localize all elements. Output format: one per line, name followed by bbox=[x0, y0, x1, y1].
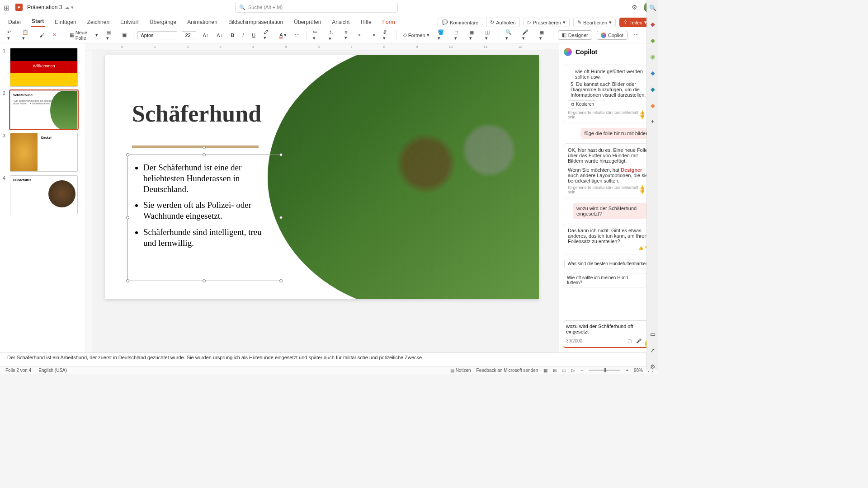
more-font[interactable]: ⋯ bbox=[293, 31, 302, 39]
present-button[interactable]: ▷ Präsentieren ▾ bbox=[524, 18, 570, 27]
feedback-link[interactable]: Feedback an Microsoft senden bbox=[476, 368, 538, 373]
delete-button[interactable]: ✕ bbox=[51, 31, 58, 39]
tab-ansicht[interactable]: Ansicht bbox=[331, 17, 350, 27]
size-select[interactable] bbox=[182, 31, 196, 39]
tab-form[interactable]: Form bbox=[382, 17, 396, 27]
shapes-button[interactable]: ◇ Formen ▾ bbox=[401, 31, 431, 39]
font-select[interactable] bbox=[137, 31, 177, 39]
tab-zeichnen[interactable]: Zeichnen bbox=[86, 17, 110, 27]
thumbs-up-icon[interactable]: 👍 bbox=[638, 246, 643, 250]
tab-einfuegen[interactable]: Einfügen bbox=[54, 17, 77, 27]
align-button[interactable]: ≡ ▾ bbox=[343, 28, 352, 42]
highlight-button[interactable]: 🖍 ▾ bbox=[262, 28, 273, 42]
notes-toggle[interactable]: ▤ Notizen bbox=[450, 368, 471, 373]
view-normal-icon[interactable]: ▦ bbox=[543, 368, 547, 373]
zoom-level[interactable]: 98% bbox=[634, 368, 643, 373]
line-spacing[interactable]: ⇵ ▾ bbox=[381, 28, 392, 42]
overflow-button[interactable]: ⋯ bbox=[632, 31, 641, 39]
layout-button[interactable]: ▤ ▾ bbox=[104, 28, 115, 42]
outline-button[interactable]: ◻ ▾ bbox=[453, 28, 463, 42]
tab-hilfe[interactable]: Hilfe bbox=[360, 17, 373, 27]
zoom-in[interactable]: + bbox=[626, 368, 628, 373]
dictate-button[interactable]: 🎤 ▾ bbox=[520, 28, 533, 42]
quick-styles[interactable]: ◫ ▾ bbox=[483, 28, 494, 42]
suggestion-chip[interactable]: Wie oft sollte ich meinen Hund füttern? bbox=[564, 273, 647, 287]
copilot-input[interactable]: wozu wird der Schäferhund oft eingesetzt… bbox=[563, 320, 655, 348]
tab-animationen[interactable]: Animationen bbox=[186, 17, 218, 27]
search-box[interactable]: 🔍 Suche (Alt + M) bbox=[235, 2, 398, 13]
thumb-1[interactable]: Willkommen bbox=[10, 48, 78, 87]
search-rail-icon[interactable]: 🔍 bbox=[649, 4, 657, 12]
underline-button[interactable]: U bbox=[250, 32, 257, 39]
rail-icon-5[interactable]: ◆ bbox=[649, 85, 657, 93]
arrange-button[interactable]: ▦ ▾ bbox=[467, 28, 478, 42]
fill-button[interactable]: 🪣 ▾ bbox=[436, 28, 448, 42]
new-slide-button[interactable]: ▦ Neue Folie ▾ bbox=[68, 29, 100, 42]
paste-button[interactable]: 📋 ▾ bbox=[20, 28, 33, 42]
designer-link[interactable]: Designer bbox=[621, 167, 642, 173]
tab-ueberpruefen[interactable]: Überprüfen bbox=[293, 17, 322, 27]
bullet-1[interactable]: Der Schäferhund ist eine der beliebteste… bbox=[143, 162, 276, 194]
indent-inc[interactable]: ⇥ bbox=[369, 31, 377, 39]
copilot-button[interactable]: Copilot bbox=[597, 31, 627, 40]
copy-button[interactable]: ⧉ Kopieren bbox=[568, 100, 597, 108]
thumbs-down-icon[interactable]: 👎 bbox=[640, 190, 645, 194]
speaker-notes[interactable]: Der Schäferhund ist ein Arbeitshund, der… bbox=[0, 352, 658, 366]
waffle-icon[interactable]: ⊞ bbox=[4, 4, 11, 11]
zoom-slider[interactable] bbox=[589, 370, 620, 371]
slide-canvas[interactable]: Schäferhund Der Schäferhund ist eine der… bbox=[105, 55, 539, 299]
rail-icon-6[interactable]: ◆ bbox=[649, 101, 657, 109]
tab-bildschirm[interactable]: Bildschirmpräsentation bbox=[227, 17, 284, 27]
bold-button[interactable]: B bbox=[229, 32, 236, 39]
view-slideshow-icon[interactable]: ▷ bbox=[571, 368, 575, 373]
rail-icon-2[interactable]: ◆ bbox=[649, 36, 657, 44]
designer-button[interactable]: ◧ Designer bbox=[558, 30, 592, 40]
slide-counter[interactable]: Folie 2 von 4 bbox=[5, 368, 31, 373]
shrink-font[interactable]: A↓ bbox=[215, 32, 224, 39]
settings-icon[interactable]: ⚙ bbox=[632, 4, 637, 11]
tab-entwurf[interactable]: Entwurf bbox=[119, 17, 140, 27]
language[interactable]: English (USA) bbox=[38, 368, 67, 373]
undo-button[interactable]: ↶ ▾ bbox=[5, 28, 16, 42]
content-textbox[interactable]: Der Schäferhund ist eine der beliebteste… bbox=[127, 155, 281, 281]
reset-button[interactable]: ▣ bbox=[120, 31, 128, 39]
attach-icon[interactable]: ▢ bbox=[627, 338, 632, 343]
bullets-button[interactable]: ≔ ▾ bbox=[311, 28, 322, 42]
rail-icon-8[interactable]: ↗ bbox=[649, 346, 657, 354]
italic-button[interactable]: I bbox=[241, 32, 245, 39]
rail-settings-icon[interactable]: ⚙ bbox=[649, 362, 657, 371]
rail-icon-4[interactable]: ◆ bbox=[649, 69, 657, 77]
rail-add-icon[interactable]: ＋ bbox=[649, 117, 657, 126]
rail-icon-1[interactable]: ◆ bbox=[649, 20, 657, 28]
thumb-3[interactable]: Dackel bbox=[10, 133, 78, 172]
suggestion-chip[interactable]: Was sind die besten Hundefuttermarken? bbox=[564, 259, 654, 268]
thumbs-down-icon[interactable]: 👎 bbox=[640, 115, 645, 119]
grid-button[interactable]: ▦ ▾ bbox=[538, 28, 548, 42]
thumbs-up-icon[interactable]: 👍 bbox=[640, 110, 645, 115]
slide-title[interactable]: Schäferhund bbox=[132, 100, 261, 127]
grow-font[interactable]: A↑ bbox=[201, 32, 210, 39]
thumb-2[interactable]: Schäferhund • Der Schäferhund ist eine d… bbox=[10, 90, 78, 129]
mic-icon[interactable]: 🎤 bbox=[636, 338, 642, 343]
rail-icon-3[interactable]: ◉ bbox=[649, 52, 657, 61]
comments-button[interactable]: 💬 Kommentare bbox=[438, 18, 482, 27]
catchup-button[interactable]: ↻ Aufholen bbox=[486, 18, 519, 27]
doc-title[interactable]: Präsentation 3 bbox=[27, 4, 62, 10]
numbering-button[interactable]: ⒈ ▾ bbox=[327, 28, 338, 42]
indent-dec[interactable]: ⇤ bbox=[357, 31, 364, 39]
view-reading-icon[interactable]: ▭ bbox=[562, 368, 566, 373]
tab-start[interactable]: Start bbox=[31, 16, 45, 27]
tab-uebergaenge[interactable]: Übergänge bbox=[149, 17, 177, 27]
bullet-3[interactable]: Schäferhunde sind intelligent, treu und … bbox=[143, 227, 276, 249]
format-painter[interactable]: 🖌 bbox=[38, 32, 46, 39]
thumb-4[interactable]: Hundefutter bbox=[10, 175, 78, 214]
view-sorter-icon[interactable]: ⊞ bbox=[553, 368, 557, 373]
find-button[interactable]: 🔍 ▾ bbox=[504, 28, 516, 42]
font-color-button[interactable]: A ▾ bbox=[278, 31, 288, 39]
thumbs-up-icon[interactable]: 👍 bbox=[640, 185, 645, 190]
bullet-2[interactable]: Sie werden oft als Polizei- oder Wachhun… bbox=[143, 200, 276, 221]
slide-image[interactable] bbox=[268, 55, 539, 299]
tab-datei[interactable]: Datei bbox=[7, 17, 22, 27]
rail-icon-7[interactable]: ▭ bbox=[649, 330, 657, 338]
edit-button[interactable]: ✎ Bearbeiten ▾ bbox=[573, 18, 616, 27]
